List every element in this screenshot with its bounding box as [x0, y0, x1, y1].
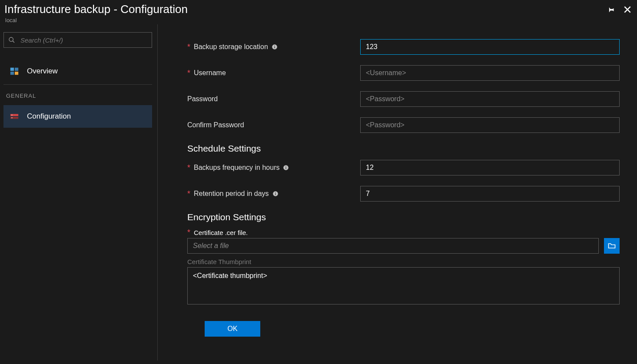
sidebar-item-label: Overview	[27, 67, 58, 76]
label-username: * Username	[187, 69, 360, 77]
cert-file-input[interactable]	[187, 238, 599, 254]
search-placeholder: Search (Ctrl+/)	[20, 36, 63, 44]
svg-rect-12	[274, 46, 275, 46]
sidebar-section-general: GENERAL	[3, 93, 157, 105]
svg-point-0	[9, 37, 13, 41]
svg-point-8	[12, 115, 13, 116]
svg-rect-14	[286, 167, 286, 169]
sidebar-item-overview[interactable]: Overview	[3, 60, 152, 83]
label-frequency: * Backups frequency in hours	[187, 164, 360, 172]
search-icon	[8, 36, 15, 43]
svg-rect-11	[274, 46, 275, 48]
label-cert-file: * Certificate .cer file.	[187, 228, 620, 236]
schedule-settings-heading: Schedule Settings	[187, 143, 620, 154]
svg-point-9	[12, 117, 13, 118]
label-backup-location: * Backup storage location	[187, 43, 360, 51]
label-confirm-password: Confirm Password	[187, 121, 360, 129]
svg-rect-2	[10, 68, 14, 71]
folder-icon	[607, 242, 616, 250]
sidebar-item-label: Configuration	[27, 112, 71, 121]
page-subtitle: local	[5, 17, 188, 23]
thumbprint-box: <Certificate thumbprint>	[187, 267, 620, 304]
info-icon[interactable]	[272, 191, 279, 197]
label-password: Password	[187, 95, 360, 103]
svg-rect-15	[286, 166, 286, 167]
retention-input[interactable]	[360, 186, 620, 202]
username-input[interactable]	[360, 65, 620, 81]
close-icon[interactable]	[623, 5, 632, 15]
ok-button[interactable]: OK	[205, 321, 260, 337]
page-title: Infrastructure backup - Configuration	[4, 3, 188, 16]
svg-rect-3	[15, 68, 18, 71]
svg-line-1	[13, 41, 14, 43]
frequency-input[interactable]	[360, 160, 620, 175]
svg-rect-5	[15, 72, 18, 75]
encryption-settings-heading: Encryption Settings	[187, 212, 620, 222]
overview-icon	[10, 66, 19, 76]
backup-location-input[interactable]	[360, 39, 620, 55]
svg-rect-17	[275, 193, 275, 195]
password-input[interactable]	[360, 91, 620, 107]
title-bar: Infrastructure backup - Configuration lo…	[0, 0, 637, 24]
browse-file-button[interactable]	[604, 238, 620, 254]
configuration-icon	[10, 112, 19, 121]
sidebar: Search (Ctrl+/) Overview GENERAL Configu…	[0, 24, 158, 361]
svg-rect-4	[10, 72, 14, 75]
label-retention: * Retention period in days	[187, 190, 360, 198]
thumbprint-placeholder: <Certificate thumbprint>	[193, 272, 267, 279]
search-input[interactable]: Search (Ctrl+/)	[3, 32, 152, 48]
divider	[3, 84, 152, 85]
info-icon[interactable]	[272, 44, 278, 50]
confirm-password-input[interactable]	[360, 117, 620, 133]
info-icon[interactable]	[283, 165, 289, 171]
label-thumbprint: Certificate Thumbprint	[187, 258, 620, 265]
pin-icon[interactable]	[607, 5, 615, 15]
content-pane: * Backup storage location * Username Pas…	[158, 24, 637, 361]
svg-rect-18	[275, 192, 275, 193]
sidebar-item-configuration[interactable]: Configuration	[3, 105, 152, 128]
